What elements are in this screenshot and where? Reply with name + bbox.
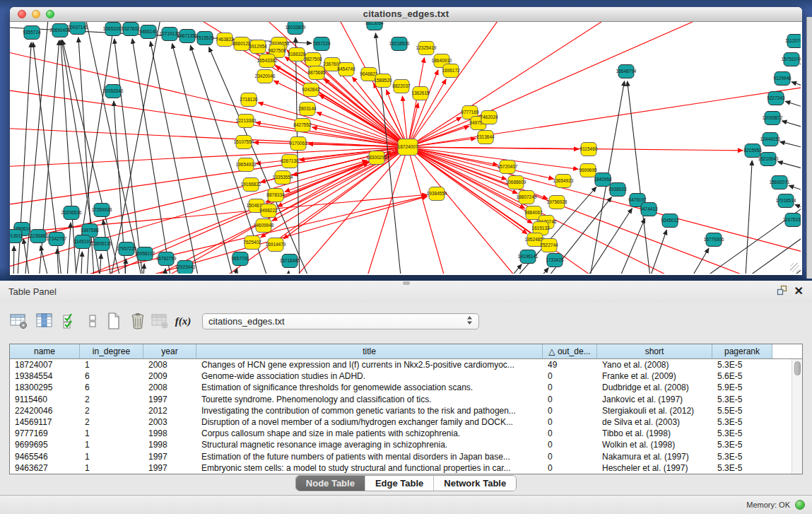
graph-edge[interactable] [416, 149, 801, 255]
graph-node[interactable]: 7515526 [196, 32, 214, 45]
graph-node[interactable]: 9699695 [579, 164, 597, 177]
graph-node[interactable]: 16210643 [758, 153, 779, 166]
graph-node[interactable]: 9129946 [773, 72, 792, 86]
column-header-in-degree[interactable]: in_degree [80, 344, 143, 358]
graph-node[interactable]: 8215953 [743, 144, 762, 158]
table-row[interactable]: 946362711997Embryonic stem cells: a mode… [10, 462, 802, 474]
table-row[interactable]: 2242004622012Investigating the contribut… [10, 405, 802, 416]
tab-network-table[interactable]: Network Table [434, 476, 516, 491]
table-row[interactable]: 1830029562008Estimation of significance … [10, 382, 802, 393]
graph-node[interactable]: 16543382 [257, 54, 278, 68]
graph-node[interactable]: 17957225 [117, 243, 137, 256]
graph-node[interactable]: 1588520 [374, 74, 392, 88]
graph-node[interactable]: 14671358 [177, 30, 198, 43]
select-all-button[interactable] [59, 310, 81, 332]
graph-edge[interactable] [40, 246, 51, 274]
graph-node[interactable]: 9115460 [580, 143, 598, 156]
graph-edge[interactable] [411, 70, 437, 139]
graph-edge[interactable] [73, 162, 367, 274]
graph-node[interactable]: 2718126 [240, 93, 258, 107]
graph-node[interactable]: 11120747 [785, 35, 801, 48]
table-row[interactable]: 911546021997Tourette syndrome. Phenomeno… [10, 394, 802, 405]
graph-edge[interactable] [256, 122, 399, 146]
graph-edge[interactable] [410, 103, 418, 139]
graph-edge[interactable] [143, 264, 144, 274]
graph-node[interactable]: 15720407 [498, 160, 518, 174]
graph-node[interactable]: 16648794 [616, 65, 637, 78]
window-titlebar[interactable]: citations_edges.txt [10, 7, 802, 22]
vertical-scrollbar[interactable] [792, 359, 802, 474]
graph-node[interactable]: 9170061 [289, 137, 307, 151]
graph-node[interactable]: 13505135 [92, 238, 112, 251]
graph-node[interactable]: 8267130 [281, 155, 299, 168]
table-row[interactable]: 1938455462009Genome-wide association stu… [10, 370, 802, 382]
graph-node[interactable]: 19654933 [236, 158, 257, 172]
network-canvas[interactable]: 9355724206914062093714110653267152760264… [10, 22, 801, 274]
column-header-title[interactable]: title [196, 344, 543, 358]
graph-node[interactable]: 17359928 [92, 204, 112, 217]
graph-node[interactable]: 8813054 [365, 22, 384, 30]
scrollbar-thumb[interactable] [794, 361, 801, 375]
graph-edge[interactable] [579, 209, 632, 274]
clear-selection-button[interactable] [82, 310, 103, 332]
graph-node[interactable]: 1696172 [442, 64, 460, 78]
table-row[interactable]: 946554611997Estimation of the future num… [10, 451, 802, 462]
network-graph[interactable]: 9355724206914062093714110653267152760264… [10, 22, 801, 274]
graph-node[interactable]: 2522744 [540, 239, 558, 252]
graph-node[interactable]: 16914479 [266, 238, 286, 252]
graph-node[interactable]: 8660128 [233, 37, 251, 51]
graph-node[interactable]: 11156863 [28, 230, 48, 243]
table-row[interactable]: 977716911998Corpus callosum shape and si… [10, 428, 802, 439]
graph-node[interactable]: 9875685 [307, 66, 326, 80]
table-selector[interactable]: citations_edges.txt [202, 313, 479, 329]
graph-edge[interactable] [416, 149, 554, 179]
graph-edge[interactable] [780, 141, 801, 151]
graph-node[interactable]: 15107554 [234, 136, 254, 149]
graph-node[interactable]: 16033809 [286, 22, 306, 35]
graph-node[interactable]: 14609948 [254, 219, 274, 233]
graph-node[interactable]: 2313644 [476, 131, 495, 144]
graph-node[interactable]: 1527602 [122, 23, 140, 36]
graph-edge[interactable] [287, 271, 289, 274]
graph-node[interactable]: 3913911 [10, 230, 23, 243]
graph-edge[interactable] [628, 81, 652, 274]
graph-node[interactable]: 8186328 [288, 48, 306, 62]
graph-node[interactable]: 10653267 [103, 23, 124, 36]
close-window-button[interactable] [18, 10, 26, 18]
select-columns-button[interactable] [34, 310, 55, 332]
column-header-out-de-[interactable]: △ out_de... [543, 344, 597, 358]
function-builder-button[interactable]: f(x) [172, 310, 194, 332]
graph-node[interactable]: 8454749 [337, 63, 355, 76]
graph-node[interactable]: 16779306 [704, 233, 724, 247]
graph-node[interactable]: 13654923 [553, 175, 574, 188]
column-header-short[interactable]: short [597, 344, 712, 358]
graph-node[interactable]: 19166822 [241, 178, 261, 192]
column-header-year[interactable]: year [143, 344, 196, 358]
graph-node[interactable]: 9355724 [23, 26, 41, 40]
graph-node[interactable]: 2803144 [298, 103, 317, 116]
graph-edge[interactable] [416, 150, 780, 274]
graph-node[interactable]: 16958107 [135, 247, 155, 261]
graph-edge[interactable] [81, 252, 82, 274]
graph-node[interactable]: 15692071 [770, 176, 790, 189]
graph-node[interactable]: 19756928 [547, 196, 567, 209]
graph-node[interactable]: 1733426 [546, 254, 564, 267]
graph-node[interactable]: 8878334 [266, 189, 285, 202]
graph-node[interactable]: 9857791 [231, 252, 249, 266]
graph-node[interactable]: 11675338 [783, 214, 801, 227]
graph-node[interactable]: 16782759 [156, 252, 177, 266]
graph-node[interactable]: 19218506 [389, 37, 410, 51]
minimize-window-button[interactable] [32, 10, 40, 18]
graph-node[interactable]: 15751074 [782, 53, 801, 66]
graph-node[interactable]: 8822037 [392, 80, 411, 93]
graph-node[interactable]: 12213383 [236, 115, 257, 128]
graph-node[interactable]: 9227343 [767, 92, 785, 105]
table-row[interactable]: 1872400712008Changes of HCN gene express… [10, 359, 802, 370]
graph-node[interactable]: 17016514 [776, 194, 796, 208]
graph-node[interactable]: 7462024 [480, 111, 498, 124]
zoom-window-button[interactable] [46, 10, 54, 18]
graph-edge[interactable] [782, 121, 801, 131]
tab-edge-table[interactable]: Edge Table [365, 476, 434, 491]
graph-node[interactable]: 1362615 [411, 87, 430, 100]
graph-edge[interactable] [785, 101, 801, 111]
